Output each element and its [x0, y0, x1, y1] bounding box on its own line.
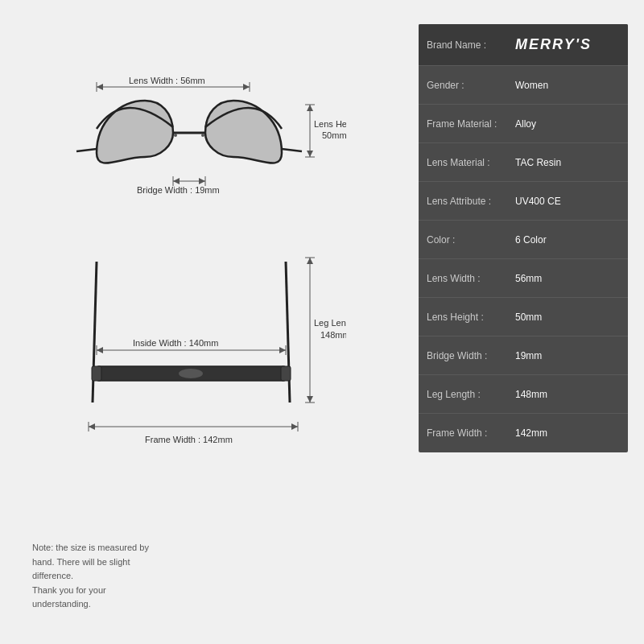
- lens-height-label: Lens Height :: [419, 305, 507, 329]
- svg-marker-18: [307, 105, 313, 111]
- svg-line-31: [93, 262, 97, 402]
- lens-attribute-label: Lens Attribute :: [419, 189, 507, 213]
- svg-marker-12: [173, 178, 180, 184]
- svg-marker-26: [307, 396, 313, 402]
- brand-label: Brand Name :: [419, 33, 507, 57]
- svg-point-9: [174, 134, 177, 137]
- svg-text:50mm: 50mm: [322, 130, 346, 140]
- lens-attribute-value: UV400 CE: [507, 189, 628, 213]
- svg-line-8: [282, 149, 302, 151]
- spec-row-lens-height: Lens Height : 50mm: [419, 298, 628, 336]
- svg-rect-35: [281, 366, 291, 381]
- svg-marker-39: [279, 347, 286, 353]
- svg-line-32: [286, 262, 290, 402]
- svg-text:Inside  Width : 140mm: Inside Width : 140mm: [133, 338, 218, 348]
- spec-row-leg-length: Leg Length : 148mm: [419, 375, 628, 414]
- diagram-section: Lens Width : 56mm: [16, 16, 402, 628]
- glasses-front-view: Lens Width : 56mm: [72, 56, 346, 217]
- frame-material-value: Alloy: [507, 112, 628, 136]
- glasses-bottom-svg: Leg Length 148mm: [72, 242, 346, 451]
- lens-material-label: Lens Material :: [419, 151, 507, 175]
- note-text: Note: the size is measured by hand. Ther…: [32, 543, 149, 609]
- bridge-width-label: Bridge Width :: [419, 344, 507, 368]
- brand-value: MERRY'S: [507, 30, 628, 60]
- lens-height-value: 50mm: [507, 305, 628, 329]
- svg-text:Leg Length: Leg Length: [314, 318, 346, 328]
- lens-width-value: 56mm: [507, 266, 628, 291]
- lens-width-label: Lens Width :: [419, 266, 507, 291]
- bridge-width-value: 19mm: [507, 344, 628, 368]
- svg-text:Frame Width : 142mm: Frame Width : 142mm: [145, 435, 233, 444]
- svg-marker-13: [199, 178, 205, 184]
- glasses-front-svg: Lens Width : 56mm: [72, 56, 346, 217]
- spec-row-lens-material: Lens Material : TAC Resin: [419, 143, 628, 182]
- svg-marker-44: [89, 423, 95, 430]
- spec-row-frame-material: Frame Material : Alloy: [419, 105, 628, 143]
- lens-material-value: TAC Resin: [507, 151, 628, 175]
- svg-marker-25: [307, 258, 313, 264]
- frame-width-value: 142mm: [507, 421, 628, 445]
- note-section: Note: the size is measured by hand. Ther…: [32, 541, 161, 612]
- svg-line-7: [76, 149, 97, 151]
- color-label: Color :: [419, 228, 507, 252]
- svg-text:Lens Height: Lens Height: [314, 119, 346, 129]
- spec-row-brand: Brand Name : MERRY'S: [419, 24, 628, 66]
- svg-point-10: [201, 134, 204, 137]
- svg-marker-19: [307, 151, 313, 157]
- spec-row-lens-width: Lens Width : 56mm: [419, 259, 628, 298]
- spec-row-gender: Gender : Women: [419, 66, 628, 105]
- svg-marker-1: [97, 84, 103, 90]
- svg-marker-38: [97, 347, 103, 353]
- gender-value: Women: [507, 73, 628, 97]
- svg-text:148mm: 148mm: [320, 330, 346, 340]
- leg-length-value: 148mm: [507, 382, 628, 407]
- frame-material-label: Frame Material :: [419, 112, 507, 136]
- frame-width-label: Frame Width :: [419, 421, 507, 445]
- svg-point-36: [179, 369, 203, 378]
- leg-length-label: Leg Length :: [419, 382, 507, 407]
- svg-text:Bridge Width : 19mm: Bridge Width : 19mm: [137, 185, 220, 195]
- spec-table: Brand Name : MERRY'S Gender : Women Fram…: [419, 24, 628, 452]
- glasses-bottom-view: Leg Length 148mm: [72, 242, 346, 451]
- svg-text:Lens Width : 56mm: Lens Width : 56mm: [129, 76, 205, 85]
- spec-row-bridge-width: Bridge Width : 19mm: [419, 336, 628, 375]
- svg-marker-45: [291, 423, 298, 430]
- svg-rect-34: [92, 366, 101, 381]
- gender-label: Gender :: [419, 73, 507, 97]
- spec-row-lens-attribute: Lens Attribute : UV400 CE: [419, 182, 628, 221]
- spec-row-color: Color : 6 Color: [419, 221, 628, 259]
- spec-row-frame-width: Frame Width : 142mm: [419, 414, 628, 452]
- color-value: 6 Color: [507, 228, 628, 252]
- svg-marker-2: [243, 84, 250, 90]
